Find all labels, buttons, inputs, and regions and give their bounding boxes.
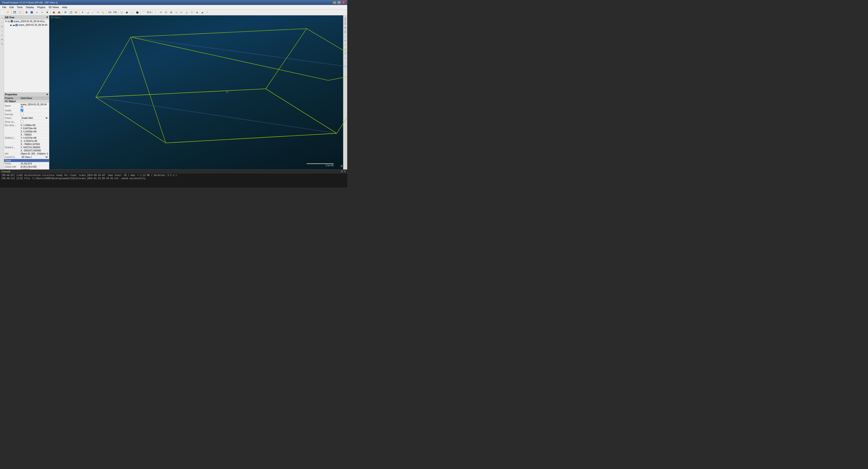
menu-display[interactable]: Display xyxy=(24,5,35,9)
tb-redo[interactable]: ↪ xyxy=(39,10,44,15)
tb-left[interactable]: ◁ xyxy=(174,10,179,15)
box-diag1 xyxy=(96,97,337,133)
tb-3d[interactable]: 🗗 xyxy=(63,10,68,15)
tb-sls[interactable]: SLS xyxy=(147,10,151,15)
prop-row-boxdim2: Y: 8.84754e+06 xyxy=(4,127,49,130)
expand-icon-0[interactable]: ▼ xyxy=(5,20,7,22)
console-line-0: [09:46:07] [LoD] Acceleration structure … xyxy=(1,174,346,177)
menu-tools[interactable]: Tools xyxy=(16,5,24,9)
tb-axis[interactable]: ↕ xyxy=(153,10,158,15)
prop-visible-value xyxy=(20,109,49,112)
left-iconbar: ↖ ↔ ⟳ ↕ ✂ ⊕ 🔍 xyxy=(0,15,4,169)
prop-shifted-label xyxy=(4,133,20,136)
prop-shifted-x: X: -796810 xyxy=(20,133,49,136)
menu-3dviews[interactable]: 3D Views xyxy=(47,5,60,9)
dbtree-title: DB Tree xyxy=(5,16,14,19)
tb-stat[interactable]: 📈 xyxy=(90,10,95,15)
tb-render[interactable]: 🎨 xyxy=(73,10,79,15)
maximize-button[interactable]: ❐ xyxy=(337,1,341,4)
prop-info-label: Info xyxy=(4,152,20,156)
tb-cloud1[interactable]: ☁ xyxy=(200,10,205,15)
prop-row-globalshift: Global shift (0.00,0.00,0.00) xyxy=(4,165,49,169)
prop-row-globalb1: X: -796810.187500 xyxy=(4,143,49,146)
icon-pointer[interactable]: ↖ xyxy=(0,16,4,20)
showna-checkbox[interactable] xyxy=(21,120,23,123)
box-bottom-back xyxy=(96,89,266,97)
tb-open[interactable]: 📂 xyxy=(6,10,11,15)
tb-profile[interactable]: 📊 xyxy=(85,10,90,15)
viewport[interactable]: 3D View 1 CSF Filter N ⠿ ○ ● ● ● ● ● xyxy=(49,15,347,169)
prop-row-showna: Show na... xyxy=(4,120,49,124)
expand-icon-1[interactable]: ▶ xyxy=(10,24,12,26)
tb-kd[interactable]: Kd xyxy=(107,10,112,15)
tb-export[interactable]: 📤 xyxy=(51,10,56,15)
prop-globalb-label2 xyxy=(4,149,20,152)
properties-close[interactable]: ✕ xyxy=(46,93,48,96)
tb-back[interactable]: ⊠ xyxy=(168,10,174,15)
color-box-file xyxy=(11,20,13,22)
menu-edit[interactable]: Edit xyxy=(8,5,15,9)
menu-plugins[interactable]: Plugins xyxy=(36,5,46,9)
tb-bottom[interactable]: ▽ xyxy=(189,10,194,15)
visible-checkbox[interactable] xyxy=(21,109,23,111)
tree-item-cloud-label: scans_2024-01-25_09-34-43 xyxy=(18,24,47,26)
tb-right[interactable]: ▷ xyxy=(179,10,184,15)
tb-arc[interactable]: ⌒ xyxy=(141,10,146,15)
tb-add[interactable]: ➕ xyxy=(24,10,29,15)
tb-cloud2[interactable]: ⛅ xyxy=(205,10,210,15)
icon-segment[interactable]: ✂ xyxy=(0,33,4,37)
tb-front[interactable]: ⊡ xyxy=(163,10,168,15)
tb-seg[interactable]: ✂ xyxy=(96,10,101,15)
tb-sample[interactable]: 🔵 xyxy=(29,10,34,15)
prop-boxdim-x: X: 1.5994e+06 xyxy=(20,124,49,127)
minimize-button[interactable]: — xyxy=(333,1,336,4)
tb-iso[interactable]: ◈ xyxy=(195,10,199,15)
menu-file[interactable]: File xyxy=(1,5,8,9)
tb-view4[interactable]: ⬤ xyxy=(135,10,140,15)
prop-name-label: Name xyxy=(4,103,20,109)
color-box-cloud xyxy=(16,24,18,26)
prop-name-value: scans_2024-01-25_09-34-43 xyxy=(20,103,49,109)
colors-dropdown[interactable]: Scalar field RGB None xyxy=(21,116,49,120)
prop-normals-value xyxy=(20,112,49,116)
tb-save[interactable]: 💾 xyxy=(12,10,17,15)
menu-help[interactable]: Help xyxy=(61,5,69,9)
icon-scale[interactable]: ↕ xyxy=(0,29,4,33)
prop-section-ccobject: CC Object xyxy=(4,100,49,103)
prop-boxdim-label3 xyxy=(4,130,20,133)
icon-zoom[interactable]: 🔍 xyxy=(0,42,4,46)
close-button[interactable]: ✕ xyxy=(342,1,345,4)
tb-fm[interactable]: FM xyxy=(113,10,118,15)
normals-checkbox[interactable] xyxy=(21,113,23,115)
tb-undo[interactable]: ↩ xyxy=(34,10,39,15)
tree-item-file[interactable]: ▼ 🗂 scans_2024-01-25_09-34-43.pcd (C:/Te… xyxy=(4,20,49,23)
tb-view3[interactable]: ⚪ xyxy=(129,10,134,15)
tb-delete[interactable]: ✖ xyxy=(45,10,50,15)
section-cloud-label: Cloud xyxy=(4,159,49,162)
icon-pick[interactable]: ⊕ xyxy=(0,38,4,41)
prop-colors-value[interactable]: Scalar field RGB None xyxy=(20,116,49,120)
tb-360[interactable]: 🔄 xyxy=(68,10,73,15)
tb-saveas[interactable]: 📋 xyxy=(18,10,22,15)
tb-scatter[interactable]: ✦ xyxy=(80,10,85,15)
console-float[interactable]: ⧉ xyxy=(341,170,343,173)
tb-view1[interactable]: ◻ xyxy=(119,10,124,15)
icon-translate[interactable]: ↔ xyxy=(0,21,4,24)
tb-import[interactable]: 📥 xyxy=(57,10,61,15)
prop-visible-label: Visible xyxy=(4,109,20,112)
dbtree-close[interactable]: ✕ xyxy=(46,16,48,19)
tb-new[interactable]: 📄 xyxy=(0,10,5,15)
prop-currentd-value[interactable]: 3D View 1 xyxy=(20,156,49,159)
tree-item-cloud[interactable]: ▶ ☁ scans_2024-01-25_09-34-43 xyxy=(7,23,49,27)
console-close[interactable]: ✕ xyxy=(344,170,346,173)
tb-reset[interactable]: ↺ xyxy=(158,10,163,15)
tb-top[interactable]: △ xyxy=(184,10,189,15)
tb-clip[interactable]: 📐 xyxy=(101,10,106,15)
tb-view2[interactable]: ◼ xyxy=(124,10,129,15)
icon-rotate[interactable]: ⟳ xyxy=(0,25,4,29)
properties-header: Properties ✕ xyxy=(4,93,49,97)
prop-row-boxdim1: Box dime... X: 1.5994e+06 xyxy=(4,124,49,127)
prop-colors-label: Colors xyxy=(4,116,20,120)
currentd-dropdown[interactable]: 3D View 1 xyxy=(21,156,49,159)
prop-boxdim-label2 xyxy=(4,127,20,130)
